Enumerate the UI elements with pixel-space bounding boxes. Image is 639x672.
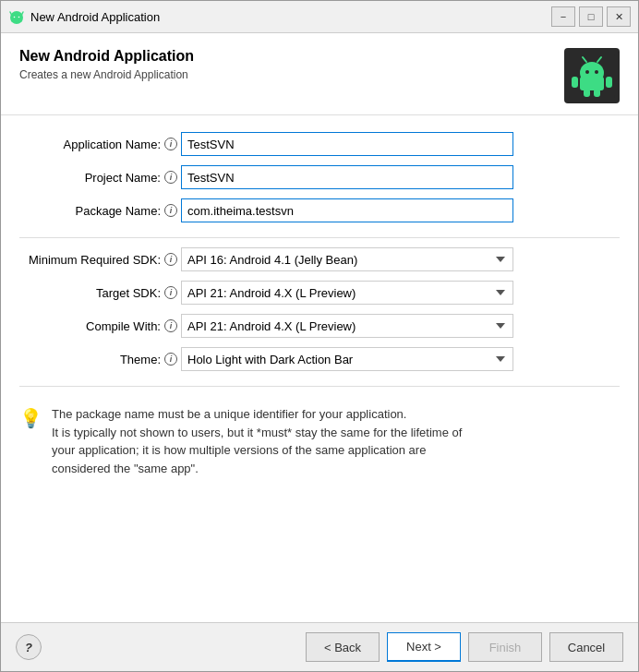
theme-label: Theme: i bbox=[19, 353, 181, 366]
dialog-footer: ? < Back Next > Finish Cancel bbox=[1, 622, 638, 671]
min-sdk-select[interactable]: API 16: Android 4.1 (Jelly Bean) bbox=[181, 247, 513, 271]
compile-with-info-icon[interactable]: i bbox=[164, 319, 177, 332]
svg-rect-14 bbox=[606, 77, 612, 88]
app-name-label: Application Name: i bbox=[19, 138, 181, 151]
dialog-header: New Android Application Creates a new An… bbox=[1, 33, 638, 115]
svg-rect-15 bbox=[584, 89, 590, 97]
info-block: 💡 The package name must be a unique iden… bbox=[19, 396, 620, 486]
maximize-button[interactable]: □ bbox=[579, 6, 603, 27]
footer-left: ? bbox=[16, 634, 42, 660]
compile-with-label: Compile With: i bbox=[19, 319, 181, 333]
project-name-row: Project Name: i bbox=[19, 165, 620, 189]
svg-rect-1 bbox=[11, 16, 22, 22]
svg-point-4 bbox=[14, 17, 16, 18]
package-name-info-icon[interactable]: i bbox=[164, 204, 177, 217]
theme-select[interactable]: Holo Light with Dark Action Bar bbox=[181, 347, 513, 371]
package-name-label: Package Name: i bbox=[19, 204, 181, 218]
dropdowns-section: Minimum Required SDK: i API 16: Android … bbox=[19, 247, 620, 371]
dialog-subtitle: Creates a new Android Application bbox=[19, 68, 194, 81]
target-sdk-select[interactable]: API 21: Android 4.X (L Preview) bbox=[181, 281, 513, 305]
svg-line-3 bbox=[21, 12, 23, 16]
app-icon bbox=[8, 8, 25, 25]
svg-point-9 bbox=[585, 70, 589, 74]
app-name-info-icon[interactable]: i bbox=[164, 138, 177, 150]
lightbulb-icon: 💡 bbox=[19, 407, 42, 429]
app-name-row: Application Name: i bbox=[19, 132, 620, 156]
compile-with-row: Compile With: i API 21: Android 4.X (L P… bbox=[19, 314, 620, 338]
target-sdk-row: Target SDK: i API 21: Android 4.X (L Pre… bbox=[19, 281, 620, 305]
svg-point-5 bbox=[18, 17, 20, 18]
dialog-title: New Android Application bbox=[19, 48, 194, 65]
window-controls: − □ ✕ bbox=[551, 6, 631, 27]
section-divider-1 bbox=[19, 237, 620, 238]
next-button[interactable]: Next > bbox=[387, 632, 461, 662]
svg-rect-16 bbox=[594, 89, 600, 97]
svg-point-10 bbox=[595, 70, 598, 74]
min-sdk-label: Minimum Required SDK: i bbox=[19, 253, 181, 267]
min-sdk-row: Minimum Required SDK: i API 16: Android … bbox=[19, 247, 620, 271]
help-button[interactable]: ? bbox=[16, 634, 42, 660]
compile-with-select[interactable]: API 21: Android 4.X (L Preview) bbox=[181, 314, 513, 338]
package-name-row: Package Name: i bbox=[19, 198, 620, 222]
project-name-input[interactable] bbox=[181, 165, 513, 189]
close-button[interactable]: ✕ bbox=[607, 6, 631, 27]
dialog-window: New Android Application − □ ✕ New Androi… bbox=[0, 0, 639, 672]
target-sdk-label: Target SDK: i bbox=[19, 286, 181, 300]
min-sdk-info-icon[interactable]: i bbox=[164, 253, 177, 266]
info-text: The package name must be a unique identi… bbox=[52, 405, 462, 477]
cancel-button[interactable]: Cancel bbox=[549, 632, 623, 662]
footer-right: < Back Next > Finish Cancel bbox=[306, 632, 623, 662]
dialog-content: Application Name: i Project Name: i Pack… bbox=[1, 115, 638, 622]
section-divider-2 bbox=[19, 386, 620, 387]
back-button[interactable]: < Back bbox=[306, 632, 380, 662]
package-name-input[interactable] bbox=[181, 198, 513, 222]
finish-button[interactable]: Finish bbox=[468, 632, 542, 662]
title-bar: New Android Application − □ ✕ bbox=[1, 1, 638, 33]
app-name-input[interactable] bbox=[181, 132, 513, 156]
svg-rect-8 bbox=[580, 77, 604, 90]
theme-info-icon[interactable]: i bbox=[164, 353, 177, 366]
svg-line-2 bbox=[10, 12, 12, 16]
minimize-button[interactable]: − bbox=[551, 6, 575, 27]
theme-row: Theme: i Holo Light with Dark Action Bar bbox=[19, 347, 620, 371]
project-name-info-icon[interactable]: i bbox=[164, 171, 177, 184]
android-logo bbox=[564, 48, 620, 103]
project-name-label: Project Name: i bbox=[19, 171, 181, 185]
text-fields-section: Application Name: i Project Name: i Pack… bbox=[19, 132, 620, 222]
title-bar-text: New Android Application bbox=[30, 10, 551, 24]
header-text: New Android Application Creates a new An… bbox=[19, 48, 194, 81]
target-sdk-info-icon[interactable]: i bbox=[164, 286, 177, 299]
svg-rect-13 bbox=[572, 77, 578, 88]
